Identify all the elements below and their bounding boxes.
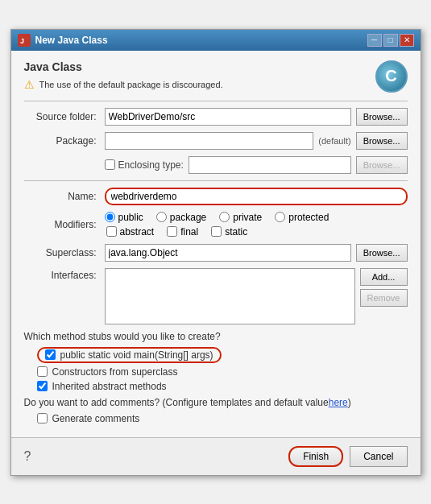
modifier-private-label: private [233,212,262,223]
stubs-question: Which method stubs would you like to cre… [24,331,408,342]
java-icon: J [18,34,31,47]
modifier-private: private [219,212,262,223]
modifier-static-label: static [225,226,247,238]
comments-question: Do you want to add comments? (Configure … [24,397,408,408]
cancel-button[interactable]: Cancel [350,446,407,467]
svg-text:J: J [20,37,24,45]
help-button[interactable]: ? [24,449,31,464]
warning-icon: ⚠ [24,78,35,91]
stub-constructors-checkbox[interactable] [37,366,48,377]
package-row: Package: (default) Browse... [24,132,408,150]
interfaces-label: Interfaces: [24,268,105,281]
modifier-final: final [167,226,198,238]
enclosing-type-control: Enclosing type: Browse... [105,156,408,174]
maximize-button[interactable]: □ [383,34,398,47]
package-default-text: (default) [318,136,350,146]
modifiers-label: Modifiers: [24,219,105,230]
modifier-final-checkbox[interactable] [167,226,177,237]
bottom-buttons: ? Finish Cancel [11,437,421,475]
source-folder-browse-button[interactable]: Browse... [356,108,408,126]
separator-1 [24,101,408,101]
modifier-abstract-label: abstract [120,226,155,238]
minimize-button[interactable]: ─ [367,34,382,47]
generate-comments-checkbox[interactable] [37,413,48,423]
interfaces-row: Interfaces: Add... Remove [24,268,408,324]
comments-question-text: Do you want to add comments? (Configure … [24,397,329,408]
modifiers-section: public package private protected [105,212,329,238]
modifier-static-checkbox[interactable] [211,226,222,237]
comments-question-end: ) [348,397,351,408]
modifier-static: static [211,226,247,238]
superclass-row: Superclass: Browse... [24,244,408,262]
close-button[interactable]: ✕ [400,34,414,47]
modifiers-row: Modifiers: public package [24,212,408,238]
stub-main-checkbox[interactable] [45,349,56,360]
modifier-public-label: public [118,212,143,223]
enclosing-type-checkbox-label: Enclosing type: [118,159,184,171]
name-label: Name: [24,191,105,202]
stub-item-3: Inherited abstract methods [37,381,408,392]
stub-main-label: public static void main(String[] args) [60,349,213,361]
stub-item-1-row: public static void main(String[] args) [24,347,408,363]
enclosing-type-checkbox[interactable] [105,159,115,170]
modifier-private-radio[interactable] [219,212,230,222]
dialog-title: New Java Class [35,35,108,46]
interfaces-control: Add... Remove [105,268,408,324]
superclass-control: Browse... [105,244,408,262]
superclass-browse-button[interactable]: Browse... [356,244,408,262]
stub-inherited-label: Inherited abstract methods [52,381,167,392]
source-folder-control: Browse... [105,108,408,126]
package-label: Package: [24,135,105,147]
modifiers-control: public package private protected [105,212,408,238]
package-input[interactable] [105,132,314,150]
enclosing-type-checkbox-row: Enclosing type: [105,159,184,171]
source-folder-label: Source folder: [24,111,105,122]
stub-constructors-label: Constructors from superclass [52,366,178,378]
modifier-abstract-checkbox[interactable] [106,226,117,237]
modifier-public-radio[interactable] [105,212,115,222]
enclosing-type-browse-button[interactable]: Browse... [356,156,408,174]
stub-item-1: public static void main(String[] args) [37,347,222,363]
comments-link[interactable]: here [329,397,348,408]
enclosing-type-input[interactable] [189,156,351,174]
modifier-public: public [105,212,143,223]
name-row: Name: [24,188,408,205]
package-browse-button[interactable]: Browse... [356,132,408,150]
warning-row: ⚠ The use of the default package is disc… [24,78,375,91]
source-folder-input[interactable] [105,108,351,126]
modifier-package-label: package [170,212,206,223]
header-title: Java Class [24,60,375,73]
title-bar: J New Java Class ─ □ ✕ [11,30,421,51]
modifiers-radio-row: public package private protected [105,212,329,223]
name-input[interactable] [105,188,408,205]
source-folder-row: Source folder: Browse... [24,108,408,126]
eclipse-logo: C [375,60,408,93]
header-section: Java Class ⚠ The use of the default pack… [24,60,408,93]
modifier-protected-radio[interactable] [275,212,285,222]
interfaces-remove-button[interactable]: Remove [360,289,408,307]
stub-inherited-checkbox[interactable] [37,381,48,391]
comments-section: Do you want to add comments? (Configure … [24,397,408,424]
enclosing-type-row: Enclosing type: Browse... [24,156,408,174]
interfaces-add-button[interactable]: Add... [360,268,408,286]
title-bar-left: J New Java Class [18,34,108,47]
superclass-input[interactable] [105,244,351,262]
separator-2 [24,180,408,181]
new-java-class-dialog: J New Java Class ─ □ ✕ Java Class ⚠ The … [10,29,421,476]
modifier-protected-label: protected [288,212,329,223]
title-bar-controls: ─ □ ✕ [367,34,414,47]
header-left: Java Class ⚠ The use of the default pack… [24,60,375,91]
warning-text: The use of the default package is discou… [39,80,223,89]
package-control: (default) Browse... [105,132,408,150]
generate-comments-label: Generate comments [52,413,140,424]
generate-comments-row: Generate comments [37,413,408,424]
modifier-abstract: abstract [106,226,155,238]
interfaces-buttons: Add... Remove [360,268,408,307]
name-control [105,188,408,205]
stubs-section: Which method stubs would you like to cre… [24,331,408,392]
finish-button[interactable]: Finish [288,446,343,467]
modifier-package-radio[interactable] [156,212,167,222]
stub-item-2: Constructors from superclass [37,366,408,378]
dialog-content: Java Class ⚠ The use of the default pack… [11,51,421,437]
modifier-protected: protected [275,212,329,223]
